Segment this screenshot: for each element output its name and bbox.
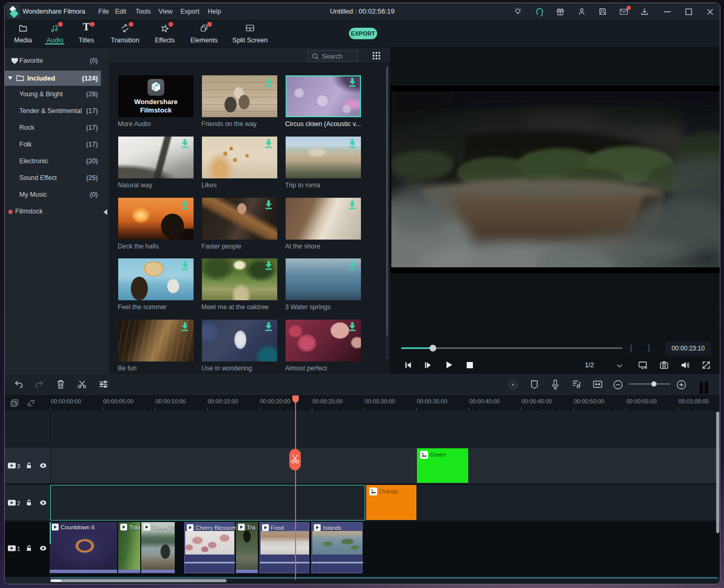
svg-text:2: 2 <box>17 500 20 506</box>
svg-text:3: 3 <box>17 463 20 469</box>
svg-text:1: 1 <box>17 546 20 552</box>
